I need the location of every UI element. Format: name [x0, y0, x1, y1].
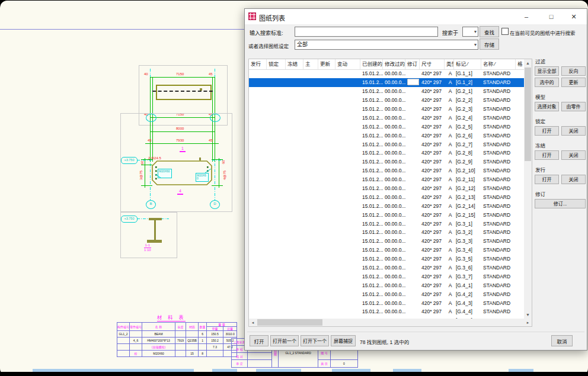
table-row[interactable]: 15.01.2...00.00.0...420* 297A[G.2_12]STA… — [249, 184, 524, 193]
canvas-rule-line — [0, 29, 273, 30]
table-cell: STANDARD — [481, 97, 516, 103]
open-previous-button[interactable]: 打开前一个 — [270, 335, 299, 346]
table-row[interactable]: 15.01.2...00.00.0...420* 297A[G.2_1]STAN… — [249, 87, 524, 96]
plan-beam-outline[interactable] — [156, 85, 212, 100]
material-cell: 4_6 — [130, 338, 142, 344]
table-row[interactable]: 15.01.2...00.00.0...420* 297A[G.2_3]STAN… — [249, 105, 524, 114]
minimize-button[interactable]: – — [518, 11, 535, 23]
table-row[interactable]: 15.01.2...00.00.0...420* 297A[G.3_5]STAN… — [249, 255, 524, 263]
table-row[interactable]: 15.01.2...00.00.0...420* 297A[G.2_6]STAN… — [249, 131, 524, 140]
panel-button[interactable]: 打开 — [535, 126, 559, 136]
table-row[interactable]: 15.01.2...00.00.0...420* 297A[G.3_1]STAN… — [249, 219, 524, 228]
table-row[interactable]: 15.01.2...00.00.0...420* 297A[G.4_3]STAN… — [249, 298, 524, 307]
table-row[interactable]: 15.01.2...00.00.0...420* 297A[G.2_2]STAN… — [249, 96, 524, 105]
panel-button[interactable]: 打开 — [535, 175, 559, 184]
table-cell: [G.4_3] — [454, 300, 481, 306]
column-header[interactable]: 标记 ⁄ — [454, 59, 481, 69]
table-row[interactable]: 15.01.2...00.00.0...420* 297A[G.2_13]STA… — [249, 192, 524, 201]
table-cell: 420* 297 — [420, 282, 445, 288]
open-button[interactable]: 打开 — [250, 335, 269, 346]
scroll-down-arrow[interactable]: ▼ — [524, 311, 532, 319]
material-cell — [175, 351, 186, 357]
table-cell: 15.01.2... — [360, 221, 383, 227]
panel-button[interactable]: 选中的 — [535, 78, 559, 87]
search-input[interactable] — [295, 27, 438, 37]
column-header[interactable]: 修改过的 — [383, 59, 405, 69]
scroll-up-arrow[interactable]: ▲ — [524, 59, 532, 67]
panel-button[interactable]: 打开 — [535, 150, 559, 160]
table-row[interactable]: 15.01.2...00.00.0...420* 297A[G.2_9]STAN… — [249, 158, 524, 166]
table-row[interactable]: 15.01.2...00.00.0...420* 297A[G.2_8]STAN… — [249, 149, 524, 158]
column-header[interactable]: 主 — [303, 59, 318, 69]
table-row[interactable]: 15.01.2...00.00.0...420* 297A[G.3_4]STAN… — [249, 246, 524, 255]
table-row[interactable]: 15.01.2...00.00.0...420* 297A[G.2_5]STAN… — [249, 122, 524, 131]
table-row[interactable]: 15.01.2...00.00.0...420* 297A[G.2_11]STA… — [249, 175, 524, 184]
cancel-button[interactable]: 取消 — [551, 335, 573, 346]
column-header[interactable]: 名称 ⁄ — [481, 59, 516, 69]
preset-combo[interactable]: 全部 ▾ — [295, 40, 478, 50]
search-in-combo[interactable]: ▾ — [462, 27, 478, 37]
table-row[interactable]: 15.01.2...00.00.0...420* 297A[G.4_2]STAN… — [249, 290, 524, 298]
column-header[interactable]: 已创建的 — [360, 59, 383, 69]
table-row[interactable]: 15.01.2...00.00.0...420* 297A[G.1_2]STAN… — [249, 78, 524, 87]
table-cell: 15.01.2... — [360, 176, 383, 182]
table-row[interactable]: 15.01.2...00.00.0...420* 297A[G.3_6]STAN… — [249, 263, 524, 272]
table-cell: [G.4_4] — [454, 308, 481, 314]
list-header: 发行锁定冻结主更新变动已创建的修改过的修订尺寸类型标记 ⁄名称 ⁄格 — [249, 59, 524, 70]
panel-button[interactable]: 关闭 — [561, 175, 586, 184]
table-row[interactable]: 15.01.2...00.00.0...420* 297A[G.3_7]STAN… — [249, 272, 524, 281]
table-row[interactable]: 15.01.2...00.00.0...420* 297A[G.1_1]STAN… — [249, 69, 524, 78]
bolt-callout-right[interactable]: M20X60 — [196, 173, 209, 182]
column-header[interactable]: 格 — [516, 59, 524, 69]
table-row[interactable]: 15.01.2...00.00.0...420* 297A[G.3_3]STAN… — [249, 237, 524, 246]
panel-button[interactable]: 更新 — [561, 78, 586, 87]
table-row[interactable]: 15.01.2...00.00.0...420* 297A[G.2_7]STAN… — [249, 140, 524, 149]
table-cell: STANDARD — [481, 291, 516, 297]
column-header[interactable]: 发行 — [249, 59, 267, 69]
material-cell — [175, 331, 186, 338]
scroll-right-arrow[interactable]: ▸ — [524, 319, 532, 326]
table-row[interactable]: 15.01.2...00.00.0...420* 297A[G.3_2]STAN… — [249, 228, 524, 237]
panel-button[interactable]: 选择对象 — [535, 102, 559, 111]
snapshot-button[interactable]: 屏幕捕捉 — [331, 335, 356, 346]
panel-button[interactable]: 关闭 — [561, 150, 586, 160]
column-header[interactable]: 锁定 — [267, 59, 286, 69]
table-row[interactable]: 15.01.2...00.00.0...420* 297A[G.2_4]STAN… — [249, 113, 524, 122]
dialog-titlebar[interactable]: 图纸列表 – □ ✕ — [245, 9, 587, 24]
visible-drawings-checkbox[interactable] — [501, 28, 509, 35]
find-button[interactable]: 查找 — [480, 26, 499, 37]
column-header[interactable]: 尺寸 — [420, 59, 445, 69]
save-button[interactable]: 存储 — [480, 38, 499, 50]
table-cell: 00.00.0... — [383, 159, 405, 165]
column-header[interactable]: 冻结 — [286, 59, 303, 69]
vertical-scroll-thumb[interactable] — [525, 68, 531, 161]
material-cell — [199, 344, 207, 351]
table-row[interactable]: 15.01.2...00.00.0...420* 297A[G.4_4]STAN… — [249, 307, 524, 316]
material-cell: M20X60 — [142, 351, 175, 357]
column-header[interactable]: 类型 — [445, 59, 454, 69]
table-row[interactable]: 15.01.2...00.00.0...420* 297A[G.4_1]STAN… — [249, 281, 524, 290]
open-next-button[interactable]: 打开下一个 — [301, 335, 329, 346]
panel-button[interactable]: 显示全部 — [535, 66, 559, 76]
dim-text: 3@75 — [139, 171, 143, 180]
panel-button[interactable]: 反向 — [561, 66, 586, 76]
column-header[interactable]: 变动 — [335, 59, 360, 69]
horizontal-scrollbar[interactable]: ◂ ▸ — [249, 319, 532, 326]
table-row[interactable]: 15.01.2...00.00.0...420* 297A[G.2_14]STA… — [249, 201, 524, 210]
table-cell: 15.01.2... — [360, 308, 383, 314]
panel-button[interactable]: 由零件 — [561, 102, 586, 111]
horizontal-scroll-thumb[interactable] — [257, 319, 322, 326]
vertical-scrollbar[interactable]: ▲ ▼ — [524, 59, 532, 319]
panel-button[interactable]: 关闭 — [561, 126, 586, 136]
column-header[interactable]: 更新 — [318, 59, 335, 69]
table-row[interactable]: 15.01.2...00.00.0...420* 297A[G.2_10]STA… — [249, 166, 524, 175]
scroll-left-arrow[interactable]: ◂ — [249, 319, 257, 326]
table-cell: 15.01.2... — [360, 115, 383, 121]
revision-edit-box[interactable] — [407, 79, 419, 85]
table-row[interactable]: 15.01.2...00.00.0...420* 297A[G.2_15]STA… — [249, 210, 524, 219]
table-cell: 420* 297 — [420, 88, 445, 94]
maximize-button[interactable]: □ — [543, 11, 560, 23]
close-button[interactable]: ✕ — [565, 11, 582, 23]
panel-button[interactable]: 修订... — [535, 199, 586, 208]
column-header[interactable]: 修订 — [405, 59, 420, 69]
